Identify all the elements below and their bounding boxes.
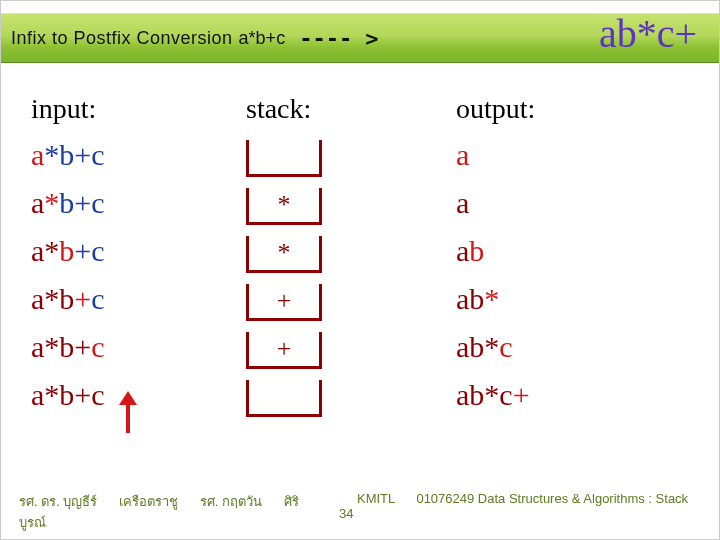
end-of-input-arrow (121, 391, 135, 439)
title-bar: Infix to Postfix Conversion a*b+c ---- >… (1, 13, 719, 63)
output-header: output: (456, 93, 676, 125)
output-row: ab (456, 227, 676, 275)
stack-row: + (246, 275, 456, 323)
output-row: a (456, 179, 676, 227)
title-result: ab*c+ (599, 10, 697, 57)
output-row: ab*c (456, 323, 676, 371)
stack-header: stack: (246, 93, 456, 125)
stack-row: + (246, 323, 456, 371)
stack-box: + (246, 332, 322, 369)
stack-row: * (246, 179, 456, 227)
input-row: a*b+c (31, 275, 246, 323)
stack-box: * (246, 236, 322, 273)
footer-name-3: รศ. กฤตวัน (200, 494, 262, 509)
stack-box (246, 380, 322, 417)
output-column: output: aaabab*ab*cab*c+ (456, 93, 676, 419)
input-row: a*b+c (31, 179, 246, 227)
stack-box: + (246, 284, 322, 321)
stack-row (246, 371, 456, 419)
title-expr: a*b+c (239, 28, 286, 49)
stack-box (246, 140, 322, 177)
input-row: a*b+c (31, 371, 246, 419)
footer: รศ. ดร. บุญธีร์ เครือตราชู รศ. กฤตวัน ศิ… (1, 491, 719, 533)
stack-row: * (246, 227, 456, 275)
input-row: a*b+c (31, 323, 246, 371)
output-row: ab*c+ (456, 371, 676, 419)
output-row: ab* (456, 275, 676, 323)
content: input: a*b+ca*b+ca*b+ca*b+ca*b+ca*b+c st… (31, 93, 689, 419)
input-column: input: a*b+ca*b+ca*b+ca*b+ca*b+ca*b+c (31, 93, 246, 419)
input-row: a*b+c (31, 227, 246, 275)
footer-name-1: รศ. ดร. บุญธีร์ (19, 494, 97, 509)
title-main: Infix to Postfix Conversion (11, 28, 233, 49)
stack-box: * (246, 188, 322, 225)
stack-row (246, 131, 456, 179)
input-row: a*b+c (31, 131, 246, 179)
stack-column: stack: **++ (246, 93, 456, 419)
input-header: input: (31, 93, 246, 125)
footer-org: KMITL (357, 491, 395, 506)
title-arrow: ---- > (299, 26, 378, 51)
footer-name-2: เครือตราชู (119, 494, 178, 509)
output-row: a (456, 131, 676, 179)
